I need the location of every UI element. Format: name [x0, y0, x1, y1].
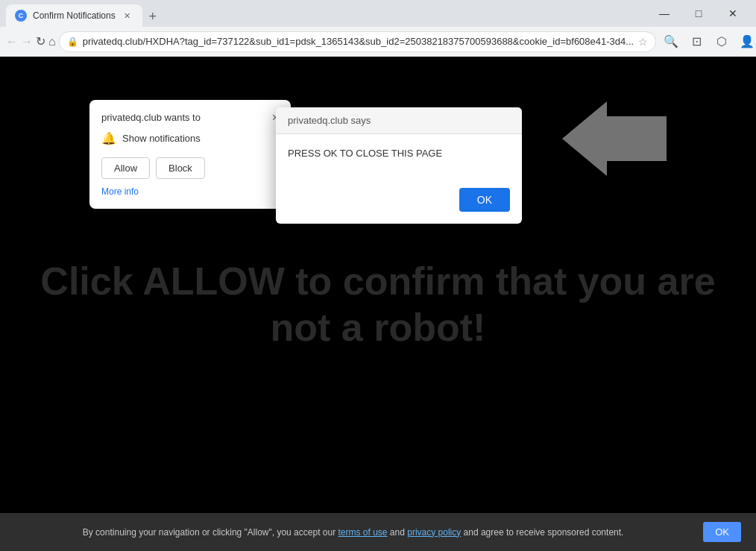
title-bar: C Confirm Notifications ✕ + — □ ✕: [0, 0, 756, 27]
new-tab-button[interactable]: +: [142, 6, 163, 27]
block-button[interactable]: Block: [156, 157, 205, 179]
tab-bar: C Confirm Notifications ✕ +: [6, 0, 641, 27]
browser-window: C Confirm Notifications ✕ + — □ ✕ ← → ↻ …: [0, 0, 756, 551]
arrow-container: [562, 101, 667, 179]
window-controls: — □ ✕: [647, 0, 750, 27]
maximize-button[interactable]: □: [681, 0, 716, 27]
alert-body: PRESS OK TO CLOSE THIS PAGE: [276, 134, 522, 188]
profile-button[interactable]: 👤: [735, 30, 756, 54]
bell-icon: 🔔: [101, 131, 116, 145]
minimize-button[interactable]: —: [647, 0, 681, 27]
tab-favicon: C: [15, 10, 27, 22]
consent-bar: By continuing your navigation or clickin…: [0, 513, 756, 551]
alert-header: privatedq.club says: [276, 107, 522, 134]
extensions-button[interactable]: ⬡: [710, 30, 734, 54]
notif-option-label: Show notifications: [122, 133, 201, 144]
privacy-link[interactable]: privacy policy: [407, 527, 461, 538]
screenshot-button[interactable]: ⊡: [684, 30, 708, 54]
alert-footer: OK: [276, 188, 522, 224]
url-text: privatedq.club/HXDHA?tag_id=737122&sub_i…: [83, 36, 634, 47]
lock-icon: 🔒: [67, 37, 78, 47]
address-bar[interactable]: 🔒 privatedq.club/HXDHA?tag_id=737122&sub…: [59, 31, 656, 52]
active-tab[interactable]: C Confirm Notifications ✕: [6, 4, 142, 27]
notif-option: 🔔 Show notifications: [101, 131, 279, 145]
bookmark-icon[interactable]: ☆: [638, 36, 648, 48]
back-button[interactable]: ←: [6, 30, 18, 54]
allow-button[interactable]: Allow: [101, 157, 150, 179]
svg-marker-0: [562, 101, 667, 176]
page-main-text: Click ALLOW to confirm that you are not …: [38, 257, 719, 350]
ok-button[interactable]: OK: [459, 188, 510, 212]
forward-button[interactable]: →: [21, 30, 33, 54]
nav-bar: ← → ↻ ⌂ 🔒 privatedq.club/HXDHA?tag_id=73…: [0, 27, 756, 57]
notification-permission-popup: privatedq.club wants to × 🔔 Show notific…: [89, 100, 291, 209]
close-button[interactable]: ✕: [716, 0, 750, 27]
alert-message: PRESS OK TO CLOSE THIS PAGE: [288, 146, 510, 161]
page-content: Click ALLOW to confirm that you are not …: [0, 57, 756, 551]
nav-right-icons: 🔍 ⊡ ⬡ 👤 ⋮: [659, 30, 756, 54]
more-info-link[interactable]: More info: [101, 186, 279, 197]
arrow-icon: [562, 101, 667, 176]
refresh-button[interactable]: ↻: [36, 30, 45, 54]
tab-title: Confirm Notifications: [33, 10, 116, 21]
terms-link[interactable]: terms of use: [338, 527, 387, 538]
home-button[interactable]: ⌂: [48, 30, 56, 54]
zoom-button[interactable]: 🔍: [659, 30, 683, 54]
alert-dialog: privatedq.club says PRESS OK TO CLOSE TH…: [276, 107, 522, 224]
notif-popup-header: privatedq.club wants to ×: [101, 112, 279, 124]
tab-close-button[interactable]: ✕: [122, 10, 133, 22]
consent-ok-button[interactable]: OK: [703, 522, 741, 542]
notif-buttons: Allow Block: [101, 157, 279, 179]
notif-popup-title: privatedq.club wants to: [101, 112, 201, 123]
consent-text: By continuing your navigation or clickin…: [15, 527, 691, 538]
